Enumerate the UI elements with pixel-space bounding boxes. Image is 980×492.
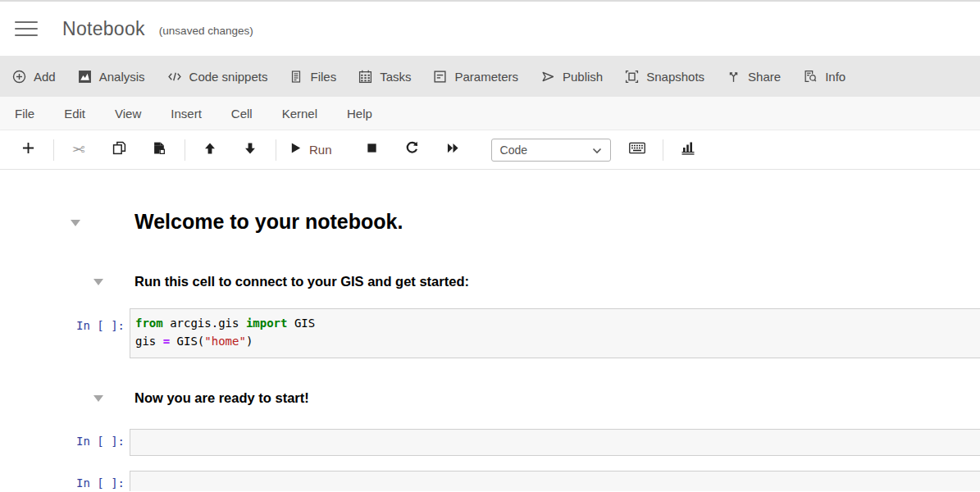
move-cell-down-button[interactable] — [234, 138, 267, 162]
tasks-icon — [358, 70, 372, 84]
cell-toolbar: ✂ Run Code — [0, 130, 980, 170]
restart-kernel-icon — [405, 141, 419, 158]
keyboard-icon — [629, 142, 645, 157]
run-label: Run — [309, 143, 332, 157]
analysis-button[interactable]: Analysis — [78, 70, 145, 84]
add-cell-icon — [22, 142, 34, 157]
code-line-1: from arcgis.gis import GIS — [135, 315, 976, 333]
share-button[interactable]: Share — [727, 70, 781, 84]
empty-code-cell-input[interactable] — [130, 471, 980, 491]
app-toolbar: Add Analysis Code snippets Files Tasks P… — [0, 56, 980, 97]
info-button[interactable]: Info — [803, 70, 846, 84]
menu-view[interactable]: View — [115, 107, 141, 121]
add-icon — [12, 70, 26, 84]
notebook-content: Welcome to your notebook. Run this cell … — [0, 170, 980, 491]
toolbar-separator — [185, 139, 185, 161]
copy-cell-button[interactable] — [103, 138, 135, 162]
empty-code-cell-input[interactable] — [130, 429, 980, 456]
tasks-label: Tasks — [380, 70, 411, 84]
notebook-title-heading: Welcome to your notebook. — [134, 210, 403, 234]
analysis-icon — [78, 70, 92, 84]
input-prompt: In [ ]: — [64, 319, 125, 332]
add-cell-button[interactable] — [11, 138, 44, 162]
info-label: Info — [825, 70, 846, 84]
cut-cell-button[interactable]: ✂ — [62, 138, 95, 162]
hamburger-icon[interactable] — [15, 21, 38, 36]
share-label: Share — [748, 70, 781, 84]
menu-kernel[interactable]: Kernel — [282, 107, 317, 121]
unsaved-changes-status: (unsaved changes) — [159, 25, 253, 37]
input-prompt: In [ ]: — [64, 435, 125, 448]
share-icon — [727, 70, 741, 84]
run-cell-button[interactable]: Run — [285, 138, 337, 162]
snapshots-button[interactable]: Snapshots — [625, 70, 704, 84]
move-down-icon — [244, 142, 257, 158]
snapshots-label: Snapshots — [646, 70, 704, 84]
collapse-section-icon[interactable] — [93, 395, 103, 402]
section2-heading: Now you are ready to start! — [134, 390, 309, 406]
publish-icon — [540, 70, 555, 84]
collapse-section-icon[interactable] — [93, 279, 103, 285]
toolbar-separator — [663, 139, 663, 161]
menu-cell[interactable]: Cell — [231, 107, 253, 121]
parameters-icon — [433, 70, 447, 84]
chart-icon — [681, 141, 695, 158]
collapse-section-icon[interactable] — [71, 220, 80, 226]
add-button[interactable]: Add — [12, 70, 56, 84]
add-label: Add — [34, 70, 56, 84]
publish-button[interactable]: Publish — [540, 70, 603, 84]
info-icon — [803, 70, 818, 84]
notebook-menu-bar: File Edit View Insert Cell Kernel Help — [0, 97, 980, 130]
cell-type-dropdown[interactable]: Code — [491, 139, 611, 162]
cell-type-value: Code — [500, 144, 527, 157]
code-snippets-button[interactable]: Code snippets — [167, 70, 268, 84]
paste-cell-button[interactable] — [143, 138, 175, 162]
menu-insert[interactable]: Insert — [171, 107, 202, 121]
restart-kernel-button[interactable] — [396, 138, 429, 162]
fast-forward-icon — [446, 142, 459, 157]
snapshots-icon — [625, 70, 639, 84]
toolbar-separator — [53, 139, 54, 161]
files-label: Files — [310, 70, 336, 84]
interrupt-kernel-button[interactable] — [356, 138, 389, 162]
menu-help[interactable]: Help — [347, 107, 372, 121]
restart-run-all-button[interactable] — [436, 138, 469, 162]
move-up-icon — [203, 142, 217, 158]
menu-file[interactable]: File — [15, 107, 34, 121]
tasks-button[interactable]: Tasks — [358, 70, 411, 84]
code-snippets-icon — [167, 70, 182, 84]
move-cell-up-button[interactable] — [194, 138, 226, 162]
app-header: Notebook (unsaved changes) — [0, 2, 980, 56]
notebook-tools-button[interactable] — [672, 138, 704, 162]
stop-icon — [366, 142, 378, 157]
publish-label: Publish — [563, 70, 603, 84]
paste-icon — [153, 141, 166, 158]
input-prompt: In [ ]: — [64, 476, 125, 490]
command-palette-button[interactable] — [621, 138, 654, 162]
chevron-down-icon — [592, 144, 602, 157]
files-button[interactable]: Files — [289, 70, 336, 84]
section1-heading: Run this cell to connect to your GIS and… — [134, 274, 469, 289]
toolbar-separator — [276, 139, 276, 161]
parameters-label: Parameters — [454, 70, 518, 84]
code-line-2: gis = GIS("home") — [135, 333, 976, 351]
code-snippets-label: Code snippets — [189, 70, 268, 84]
analysis-label: Analysis — [99, 70, 145, 84]
files-icon — [289, 70, 303, 84]
run-icon — [289, 142, 302, 157]
cut-icon: ✂ — [72, 140, 85, 159]
code-cell-input[interactable]: from arcgis.gis import GIS gis = GIS("ho… — [130, 308, 980, 358]
parameters-button[interactable]: Parameters — [433, 70, 518, 84]
menu-edit[interactable]: Edit — [64, 107, 85, 121]
page-title: Notebook — [62, 18, 145, 40]
copy-icon — [112, 141, 126, 158]
